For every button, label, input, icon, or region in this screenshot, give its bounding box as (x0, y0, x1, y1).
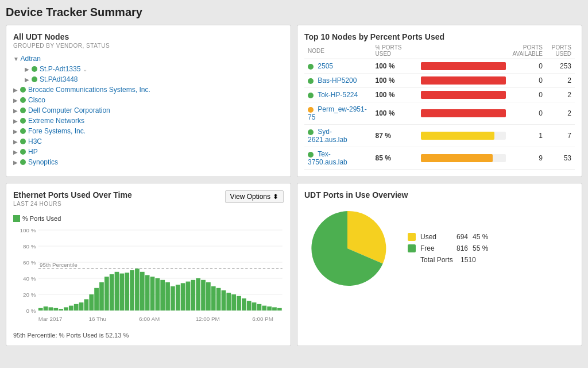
bar (262, 306, 266, 310)
free-value: 816 (448, 244, 468, 252)
select-arrow-icon: ⬍ (273, 193, 278, 201)
bar (84, 299, 89, 310)
bar (59, 309, 63, 310)
node-link[interactable]: 2505 (318, 62, 333, 70)
bar-background (421, 62, 506, 70)
pie-chart-svg (304, 205, 390, 292)
legend-color-box (13, 215, 20, 222)
udt-nodes-card: All UDT Nodes GROUPED BY VENDOR, STATUS … (6, 25, 291, 177)
bar (155, 278, 160, 310)
node-cell: 2505 (304, 59, 372, 74)
status-dot (32, 76, 37, 82)
status-dot (308, 129, 314, 135)
node-link[interactable]: Perm_ew-2951-75 (308, 105, 367, 121)
udt-ports-title: UDT Ports in Use Overview (304, 190, 575, 200)
bar (145, 275, 150, 310)
pie-legend: Used 694 45 % Free 816 55 % Total Ports … (408, 233, 493, 264)
available-cell: 0 (509, 102, 546, 125)
used-color-box (408, 233, 416, 241)
pie-section: Used 694 45 % Free 816 55 % Total Ports … (304, 205, 575, 292)
bar (135, 269, 140, 310)
tree-item-dell[interactable]: ▶ Dell Computer Corporation (13, 105, 284, 116)
status-dot-dell (20, 108, 26, 113)
bar (119, 274, 124, 310)
chart-subtitle: LAST 24 HOURS (13, 201, 132, 207)
node-link[interactable]: Syd-2621.aus.lab (308, 128, 347, 144)
status-dot (308, 107, 314, 113)
available-cell: 9 (509, 147, 546, 170)
expand-icon-synoptics: ▶ (13, 159, 18, 166)
available-cell: 1 (509, 125, 546, 147)
svg-text:6:00 AM: 6:00 AM (139, 316, 160, 321)
bar (181, 283, 185, 310)
pct-label: 100 % (375, 76, 394, 85)
svg-text:Mar 2017: Mar 2017 (38, 316, 63, 321)
tree-item-adtran[interactable]: ▼ Adtran (13, 53, 284, 64)
tree-label-dell[interactable]: Dell Computer Corporation (28, 106, 110, 114)
bar (105, 277, 109, 310)
node-cell: Bas-HP5200 (304, 74, 372, 88)
bar-background (421, 132, 506, 140)
tree-item-synoptics[interactable]: ▶ Synoptics (13, 157, 284, 167)
bar-fill (421, 132, 495, 140)
top10-nodes-card: Top 10 Nodes by Percent Ports Used NODE … (297, 25, 582, 177)
col-pct: % PORTS USED (372, 43, 417, 59)
bar (79, 302, 84, 310)
expand-icon-dell: ▶ (13, 108, 18, 114)
bar (237, 296, 241, 310)
tree-label-h3c[interactable]: H3C (28, 137, 42, 145)
node-link[interactable]: Tok-HP-5224 (318, 91, 358, 99)
udt-ports-card: UDT Ports in Use Overview Used 694 4 (297, 183, 582, 346)
bar (64, 307, 68, 310)
expand-icon-brocade: ▶ (13, 87, 18, 93)
tree-item-st-p-adt1335[interactable]: ▶ St.P-Adt1335 ⌄ (25, 64, 284, 74)
bar (222, 290, 226, 310)
expand-icon: ▶ (25, 66, 29, 72)
tree-label-fore[interactable]: Fore Systems, Inc. (28, 127, 86, 135)
bar-cell (417, 59, 509, 74)
tree-item-cisco[interactable]: ▶ Cisco (13, 95, 284, 105)
bar (191, 280, 195, 310)
tree-item-hp[interactable]: ▶ HP (13, 147, 284, 157)
tree-label-brocade[interactable]: Brocade Communications Systems, Inc. (28, 86, 150, 94)
used-value: 694 (448, 233, 468, 241)
expand-icon: ▶ (25, 76, 29, 83)
bar-cell (417, 125, 509, 147)
tree-label-extreme[interactable]: Extreme Networks (28, 117, 84, 125)
tree-item-st-padt3448[interactable]: ▶ St.PAdt3448 (25, 74, 284, 85)
view-options-button[interactable]: View Options ⬍ (225, 190, 284, 203)
bar-background (421, 91, 506, 99)
expand-icon-fore: ▶ (13, 128, 18, 135)
table-row: Perm_ew-2951-75 100 % 0 2 (304, 102, 575, 125)
used-cell: 2 (546, 88, 575, 102)
bar (74, 304, 79, 310)
bar (130, 270, 134, 310)
tree-label-hp[interactable]: HP (28, 148, 38, 156)
svg-text:60 %: 60 % (23, 259, 36, 265)
tree-item-h3c[interactable]: ▶ H3C (13, 136, 284, 147)
total-label: Total Ports (420, 256, 453, 264)
tree-label[interactable]: St.PAdt3448 (40, 75, 78, 83)
pie-legend-used: Used 694 45 % (408, 233, 493, 241)
used-cell: 7 (546, 125, 575, 147)
tree-label-synoptics[interactable]: Synoptics (28, 158, 58, 166)
node-link[interactable]: Tex-3750.aus.lab (308, 150, 347, 166)
svg-text:20 %: 20 % (23, 292, 36, 297)
bar (196, 278, 200, 310)
tree-label[interactable]: St.P-Adt1335 (40, 65, 80, 73)
tree-item-fore[interactable]: ▶ Fore Systems, Inc. (13, 126, 284, 136)
total-value: 1510 (461, 256, 476, 264)
tree-item-brocade[interactable]: ▶ Brocade Communications Systems, Inc. (13, 85, 284, 95)
tree-item-extreme[interactable]: ▶ Extreme Networks (13, 116, 284, 126)
tree-label-adtran[interactable]: Adtran (21, 55, 41, 63)
pct-cell: 87 % (372, 125, 417, 147)
available-cell: 0 (509, 59, 546, 74)
bar (267, 306, 272, 310)
table-row: Tex-3750.aus.lab 85 % 9 53 (304, 147, 575, 170)
ethernet-chart-card: Ethernet Ports Used Over Time LAST 24 HO… (6, 183, 291, 346)
table-row: Bas-HP5200 100 % 0 2 (304, 74, 575, 88)
node-link[interactable]: Bas-HP5200 (318, 76, 357, 85)
pct-cell: 85 % (372, 147, 417, 170)
col-available: PORTS AVAILABLE (509, 43, 546, 59)
tree-label-cisco[interactable]: Cisco (28, 96, 45, 104)
